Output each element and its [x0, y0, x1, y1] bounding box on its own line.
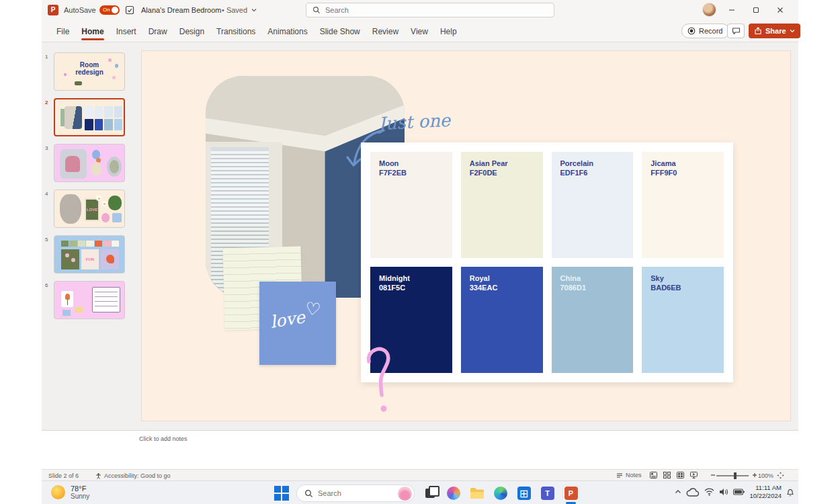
fit-slide-button[interactable] [777, 472, 784, 479]
color-palette-card[interactable]: Moon F7F2EB Asian Pear F2F0DE Porcelain … [361, 142, 733, 382]
tab-design[interactable]: Design [173, 22, 210, 42]
minimize-button[interactable] [720, 0, 743, 20]
accessibility-status[interactable]: Accessibility: Good to go [95, 472, 171, 479]
swatch-asian-pear[interactable]: Asian Pear F2F0DE [461, 152, 543, 258]
tab-animations[interactable]: Animations [261, 22, 313, 42]
love-sticky-note[interactable]: love ♡ [259, 282, 336, 365]
record-label: Record [699, 27, 722, 35]
zoom-in-button[interactable] [752, 472, 757, 478]
taskbar-search[interactable] [296, 485, 415, 502]
thumb5-flower-poster [61, 249, 79, 269]
swatch-sky[interactable]: Sky BAD6EB [642, 267, 724, 373]
share-label: Share [765, 27, 786, 35]
search-box[interactable] [306, 3, 554, 17]
notes-toggle[interactable]: Notes [616, 472, 642, 478]
slide-number: 4 [45, 191, 48, 197]
tab-insert[interactable]: Insert [110, 22, 142, 42]
zoom-out-button[interactable] [710, 472, 716, 478]
copilot-button[interactable] [445, 485, 462, 502]
slide-thumbnail-6[interactable] [54, 281, 125, 319]
close-button[interactable] [769, 0, 792, 20]
task-view-icon [425, 489, 435, 498]
teams-button[interactable]: T [539, 485, 556, 502]
tab-home[interactable]: Home [75, 22, 110, 42]
slide-indicator: Slide 2 of 6 [48, 472, 79, 479]
powerpoint-taskbar-button[interactable]: P [562, 485, 579, 502]
thumb6-tulip-card [61, 291, 73, 307]
thumb5-posters: FUN [61, 249, 119, 269]
windows-logo-icon [274, 486, 289, 501]
wifi-icon[interactable] [704, 488, 714, 496]
tab-help[interactable]: Help [434, 22, 463, 42]
powerpoint-app-icon: P [48, 5, 58, 15]
thumb5-fun-poster: FUN [81, 249, 99, 269]
start-button[interactable] [273, 485, 290, 502]
zoom-slider-thumb[interactable] [734, 472, 737, 479]
document-title[interactable]: Alana's Dream Bedroom [141, 6, 222, 14]
slide-number: 6 [45, 282, 48, 288]
comments-button[interactable] [727, 24, 745, 38]
share-button[interactable]: Share [749, 24, 800, 38]
thumb6-blue-card [62, 310, 71, 316]
normal-view-icon[interactable] [650, 472, 657, 478]
windows-taskbar: 78°F Sunny ⊞ T [42, 480, 798, 504]
accessibility-icon [95, 473, 101, 479]
swatch-jicama[interactable]: Jicama FFF9F0 [642, 152, 724, 258]
record-button[interactable]: Record [681, 24, 730, 38]
battery-icon[interactable] [733, 489, 745, 495]
thumb2-room-photo [65, 106, 82, 129]
save-icon[interactable] [125, 5, 134, 15]
microsoft-store-button[interactable]: ⊞ [515, 485, 532, 502]
desktop-screen: P AutoSave On Alana's Dream Bedroom • Sa… [42, 0, 798, 504]
tray-time: 11:11 AM [749, 484, 782, 492]
ribbon-tab-bar: File Home Insert Draw Design Transitions… [42, 20, 798, 42]
tray-chevron-up-icon[interactable] [675, 489, 681, 495]
clock-widget[interactable]: 11:11 AM 10/22/2024 [749, 484, 782, 500]
toggle-knob [112, 7, 118, 13]
slide-thumbnail-1[interactable]: Room redesign [54, 52, 125, 91]
tab-slide-show[interactable]: Slide Show [314, 22, 366, 42]
slide-number: 3 [45, 145, 48, 151]
volume-icon[interactable] [719, 488, 728, 496]
tab-transitions[interactable]: Transitions [210, 22, 261, 42]
slide-sorter-view-icon[interactable] [663, 472, 671, 478]
slide-number: 1 [45, 54, 48, 60]
zoom-slider[interactable] [716, 475, 749, 476]
user-avatar[interactable] [702, 3, 716, 17]
chevron-down-icon[interactable] [251, 7, 257, 13]
slide-thumbnail-2-selected[interactable] [54, 98, 125, 136]
taskbar-search-input[interactable] [318, 489, 385, 497]
swatch-royal[interactable]: Royal 334EAC [461, 267, 543, 373]
edge-button[interactable] [492, 485, 509, 502]
notes-pane[interactable]: Click to add notes [42, 430, 798, 469]
confetti-dot [108, 58, 112, 62]
swatch-moon[interactable]: Moon F7F2EB [370, 152, 452, 258]
edge-icon [494, 487, 507, 500]
reading-view-icon[interactable] [677, 472, 684, 478]
task-view-button[interactable] [421, 485, 438, 502]
slide-thumbnail-5[interactable]: FUN [54, 235, 125, 274]
maximize-button[interactable] [745, 0, 767, 20]
notes-placeholder[interactable]: Click to add notes [139, 435, 187, 442]
tab-file[interactable]: File [50, 22, 75, 42]
zoom-level[interactable]: 100% [758, 472, 773, 479]
notifications-bell-icon[interactable] [786, 488, 794, 497]
comment-icon [732, 27, 741, 35]
tab-view[interactable]: View [405, 22, 434, 42]
file-explorer-button[interactable] [468, 485, 485, 502]
swatch-porcelain[interactable]: Porcelain EDF1F6 [552, 152, 634, 258]
slide-thumbnail-3[interactable] [54, 144, 125, 182]
tray-date: 10/22/2024 [749, 492, 782, 500]
onedrive-cloud-icon[interactable] [686, 488, 700, 497]
slide-canvas[interactable]: Just one love ♡ Moon F7F2EB Asian Pear F… [141, 50, 791, 421]
swatch-china[interactable]: China 7086D1 [552, 267, 634, 373]
search-input[interactable] [325, 6, 527, 14]
thumb4-daisy [96, 196, 101, 201]
tab-review[interactable]: Review [366, 22, 405, 42]
weather-widget[interactable]: 78°F Sunny [51, 485, 89, 500]
tab-draw[interactable]: Draw [142, 22, 173, 42]
autosave-toggle[interactable]: On [99, 5, 120, 15]
sun-icon [51, 485, 65, 499]
slide-thumbnail-4[interactable]: LOVE [54, 190, 125, 228]
slideshow-view-icon[interactable] [690, 472, 698, 478]
